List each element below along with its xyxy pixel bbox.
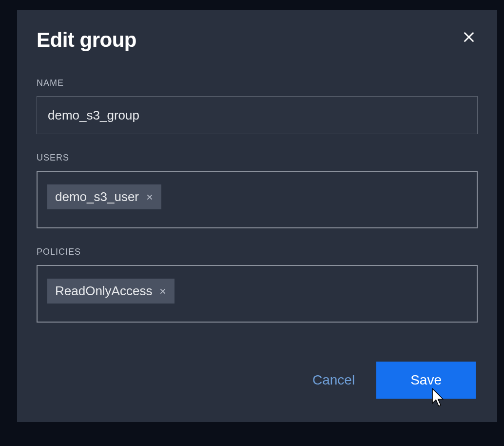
remove-policy-tag-button[interactable]	[159, 287, 167, 295]
policies-tag-input[interactable]: ReadOnlyAccess	[37, 265, 478, 323]
dialog-title: Edit group	[37, 28, 136, 52]
users-label: USERS	[37, 153, 478, 163]
policies-label: POLICIES	[37, 247, 478, 257]
name-label: NAME	[37, 78, 478, 88]
dialog-footer: Cancel Save	[37, 362, 478, 399]
close-button[interactable]	[460, 28, 478, 46]
policy-tag-label: ReadOnlyAccess	[55, 284, 152, 299]
name-field-group: NAME	[37, 78, 478, 134]
policy-tag: ReadOnlyAccess	[47, 279, 174, 304]
remove-user-tag-button[interactable]	[146, 193, 154, 201]
policies-field-group: POLICIES ReadOnlyAccess	[37, 247, 478, 323]
user-tag: demo_s3_user	[47, 184, 161, 209]
remove-icon	[159, 287, 167, 295]
close-icon	[462, 30, 476, 44]
save-button[interactable]: Save	[376, 362, 476, 399]
remove-icon	[146, 193, 154, 201]
dialog-header: Edit group	[37, 28, 478, 52]
cancel-button[interactable]: Cancel	[312, 372, 355, 388]
user-tag-label: demo_s3_user	[55, 189, 139, 204]
users-tag-input[interactable]: demo_s3_user	[37, 171, 478, 228]
users-field-group: USERS demo_s3_user	[37, 153, 478, 228]
edit-group-dialog: Edit group NAME USERS demo_s3_user	[17, 10, 497, 422]
name-input[interactable]	[37, 96, 478, 134]
